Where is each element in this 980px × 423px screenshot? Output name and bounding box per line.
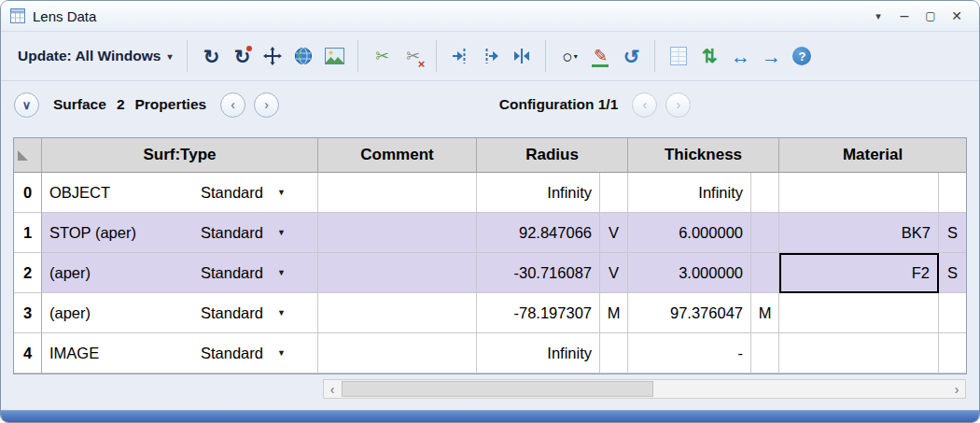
surface-type-label: Standard <box>201 264 263 282</box>
help-icon[interactable]: ? <box>788 42 816 70</box>
surface-name-cell[interactable]: STOP (aper) <box>42 213 197 253</box>
horizontal-scrollbar[interactable]: ‹ › <box>323 379 966 399</box>
corner-triangle-icon <box>18 150 28 161</box>
column-header-comment[interactable]: Comment <box>318 138 477 173</box>
column-header-radius[interactable]: Radius <box>477 138 628 173</box>
scissors-icon[interactable]: ✂ <box>368 42 396 70</box>
column-header-surf-type[interactable]: Surf:Type <box>42 138 318 173</box>
image-icon[interactable] <box>320 42 348 70</box>
radius-cell[interactable]: 92.847066 <box>477 213 600 253</box>
table-corner-cell[interactable] <box>14 138 42 173</box>
chevron-right-icon: › <box>676 97 680 112</box>
row-number[interactable]: 2 <box>14 253 42 293</box>
thickness-cell[interactable]: 3.000000 <box>628 253 751 293</box>
row-number[interactable]: 3 <box>14 293 42 333</box>
icon-glyph: ✎ <box>594 48 608 64</box>
scroll-left-button[interactable]: ‹ <box>324 380 341 398</box>
radius-solve-flag[interactable]: V <box>600 253 628 293</box>
prev-surface-button[interactable]: ‹ <box>220 92 245 118</box>
swap-arrows-icon[interactable]: ⇅ <box>695 42 723 70</box>
radius-cell[interactable]: Infinity <box>477 333 600 374</box>
chevron-down-icon: ∨ <box>22 98 32 112</box>
comment-cell[interactable] <box>318 333 477 374</box>
radius-solve-flag[interactable]: V <box>600 213 628 253</box>
chevron-down-icon: ▾ <box>574 52 578 61</box>
surface-name-cell[interactable]: (aper) <box>42 253 197 293</box>
thickness-solve-flag[interactable] <box>751 213 779 253</box>
radius-cell[interactable]: Infinity <box>477 173 600 213</box>
thickness-cell[interactable]: 97.376047 <box>628 293 751 333</box>
comment-cell[interactable] <box>318 293 477 333</box>
material-cell-selected[interactable]: F2 <box>779 253 939 293</box>
surface-name-cell[interactable]: IMAGE <box>42 333 197 374</box>
thickness-cell[interactable]: - <box>628 333 751 374</box>
surface-name-cell[interactable]: (aper) <box>42 293 197 333</box>
surface-type-dropdown[interactable]: Standard ▼ <box>197 253 318 293</box>
material-cell[interactable] <box>779 333 939 374</box>
row-number[interactable]: 4 <box>14 333 42 374</box>
comment-cell[interactable] <box>318 213 477 253</box>
window-menu-button[interactable]: ▾ <box>865 5 891 27</box>
scrollbar-thumb[interactable] <box>342 381 653 397</box>
row-number[interactable]: 0 <box>14 173 42 213</box>
surface-properties-expander[interactable]: ∨ <box>14 92 39 118</box>
delete-surface-icon[interactable] <box>508 42 536 70</box>
maximize-button[interactable]: ▢ <box>917 5 944 27</box>
surface-name-cell[interactable]: OBJECT <box>42 173 197 213</box>
thickness-solve-flag[interactable] <box>751 173 779 213</box>
material-solve-flag[interactable] <box>939 293 966 333</box>
scroll-right-button[interactable]: › <box>948 380 965 398</box>
edit-pencil-icon[interactable]: ✎ <box>586 42 614 70</box>
surface-type-dropdown[interactable]: Standard ▼ <box>197 173 318 213</box>
curved-arrow-icon[interactable]: ↺ <box>617 42 645 70</box>
globe-icon[interactable] <box>289 42 317 70</box>
comment-cell[interactable] <box>318 173 477 213</box>
move-crosshair-icon[interactable] <box>259 42 287 70</box>
material-solve-flag[interactable] <box>939 333 966 374</box>
radius-solve-flag[interactable]: M <box>600 293 628 333</box>
thickness-solve-flag[interactable]: M <box>751 293 779 333</box>
prev-configuration-button[interactable]: ‹ <box>632 92 657 118</box>
row-number[interactable]: 1 <box>14 213 42 253</box>
title-bar[interactable]: Lens Data ▾ – ▢ ✕ <box>1 1 979 32</box>
material-solve-flag[interactable] <box>939 173 966 213</box>
update-mode-dropdown[interactable]: Update: All Windows ▾ <box>12 44 177 68</box>
material-solve-flag[interactable]: S <box>939 253 966 293</box>
material-cell[interactable]: BK7 <box>779 213 939 253</box>
next-surface-button[interactable]: › <box>254 92 279 118</box>
column-header-thickness[interactable]: Thickness <box>628 138 779 173</box>
minimize-button[interactable]: – <box>891 5 917 27</box>
surface-type-dropdown[interactable]: Standard ▼ <box>197 293 318 333</box>
scrollbar-track[interactable] <box>341 380 948 398</box>
radius-solve-flag[interactable] <box>600 333 628 374</box>
column-header-material[interactable]: Material <box>779 138 966 173</box>
thickness-cell[interactable]: Infinity <box>628 173 751 213</box>
update-all-windows-icon[interactable]: ↻ <box>197 42 225 70</box>
radius-cell[interactable]: -78.197307 <box>477 293 600 333</box>
update-icon[interactable]: ↻ <box>228 42 256 70</box>
close-button[interactable]: ✕ <box>944 5 970 27</box>
radius-solve-flag[interactable] <box>600 173 628 213</box>
scissors-red-icon[interactable]: ✂× <box>399 42 427 70</box>
insert-surface-icon[interactable] <box>446 42 474 70</box>
lens-data-table: Surf:Type Comment Radius Thickness Mater… <box>13 137 967 374</box>
red-x-badge: × <box>418 58 426 70</box>
spreadsheet-icon[interactable] <box>665 42 693 70</box>
toolbar-separator <box>436 40 437 72</box>
thickness-cell[interactable]: 6.000000 <box>628 213 751 253</box>
material-cell[interactable] <box>779 173 939 213</box>
goto-arrow-icon[interactable]: → <box>757 42 785 70</box>
surface-type-dropdown[interactable]: Standard ▼ <box>197 213 318 253</box>
material-cell[interactable] <box>779 293 939 333</box>
thickness-solve-flag[interactable] <box>751 253 779 293</box>
material-solve-flag[interactable]: S <box>939 213 966 253</box>
double-arrow-icon[interactable]: ↔ <box>726 42 754 70</box>
next-configuration-button[interactable]: › <box>665 92 691 118</box>
surface-type-dropdown[interactable]: Standard ▼ <box>197 333 318 374</box>
comment-cell[interactable] <box>318 253 477 293</box>
aperture-type-icon[interactable]: ○ ▾ <box>555 42 583 70</box>
thickness-solve-flag[interactable] <box>751 333 779 374</box>
radius-cell[interactable]: -30.716087 <box>477 253 600 293</box>
icon-glyph: ↺ <box>623 47 640 66</box>
insert-surface-after-icon[interactable] <box>477 42 505 70</box>
